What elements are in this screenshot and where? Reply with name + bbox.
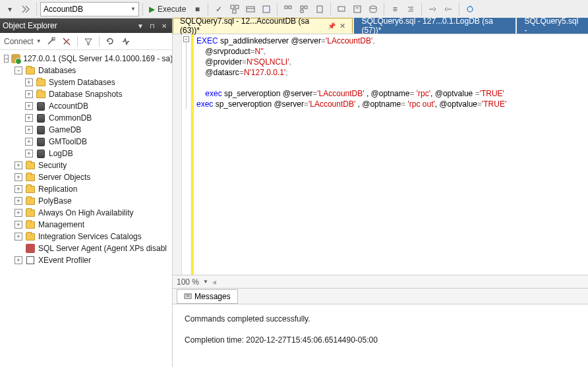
- expand-icon[interactable]: +: [15, 197, 22, 205]
- svg-point-15: [370, 6, 376, 9]
- tree-db-gmtool[interactable]: +GMToolDB: [0, 136, 172, 148]
- expand-icon[interactable]: +: [15, 185, 22, 193]
- expand-icon[interactable]: +: [15, 209, 22, 217]
- disconnect-icon[interactable]: [60, 35, 73, 48]
- database-combo[interactable]: AccountDB ▼: [40, 2, 139, 16]
- expand-icon[interactable]: +: [25, 126, 33, 134]
- activity-icon[interactable]: [119, 35, 132, 48]
- svg-rect-10: [301, 10, 303, 13]
- tree-database-snapshots[interactable]: +Database Snapshots: [0, 88, 172, 100]
- tree-db-game[interactable]: +GameDB: [0, 124, 172, 136]
- tree-xevent[interactable]: +XEvent Profiler: [0, 254, 172, 266]
- close-icon[interactable]: ✕: [159, 20, 169, 31]
- tab-sqlquery5[interactable]: SQLQuery5.sql -: [517, 18, 588, 34]
- expand-icon[interactable]: +: [25, 102, 33, 110]
- folder-icon: [26, 186, 35, 193]
- code-editor[interactable]: − EXEC sp_addlinkedserver @server='LAcco…: [173, 34, 588, 275]
- tree-management[interactable]: +Management: [0, 219, 172, 231]
- tree-integration[interactable]: +Integration Services Catalogs: [0, 231, 172, 242]
- split-handle-icon[interactable]: ◂: [212, 277, 216, 287]
- expand-icon[interactable]: +: [15, 256, 22, 264]
- query-options-icon[interactable]: [243, 2, 258, 16]
- collapse-icon[interactable]: −: [4, 55, 9, 63]
- specify-values2-icon[interactable]: [441, 2, 456, 16]
- database-icon: [37, 114, 45, 123]
- database-icon[interactable]: [366, 2, 380, 16]
- results-file-icon[interactable]: [312, 2, 327, 16]
- expand-icon[interactable]: +: [25, 138, 33, 146]
- close-icon[interactable]: ✕: [339, 22, 345, 30]
- chevron-down-icon[interactable]: ▼: [203, 279, 208, 285]
- tree-db-log[interactable]: +LogDB: [0, 148, 172, 159]
- tree-security[interactable]: +Security: [0, 159, 172, 171]
- results-text-icon[interactable]: [281, 2, 295, 16]
- tree-always-on[interactable]: +Always On High Availability: [0, 207, 172, 219]
- main-toolbar: ▾ AccountDB ▼ ▶ Execute ■ ✓ ≡: [0, 0, 588, 18]
- tree-system-databases[interactable]: +System Databases: [0, 76, 172, 88]
- svg-rect-1: [235, 5, 239, 9]
- parse-icon[interactable]: ✓: [212, 2, 226, 16]
- expand-icon[interactable]: +: [15, 173, 22, 181]
- expand-icon[interactable]: +: [25, 78, 33, 86]
- tree-server-objects[interactable]: +Server Objects: [0, 171, 172, 183]
- panel-title: Object Explorer: [3, 21, 57, 30]
- tree-replication[interactable]: +Replication: [0, 183, 172, 195]
- tab-sqlquery7[interactable]: SQLQuery7.sql - 12...AccountDB (sa (63))…: [173, 18, 353, 34]
- expand-icon[interactable]: +: [15, 233, 22, 240]
- zoom-value[interactable]: 100 %: [177, 277, 199, 287]
- window-position-icon[interactable]: ▼: [135, 20, 146, 31]
- specify-values-icon[interactable]: [425, 2, 440, 16]
- tree-databases[interactable]: −Databases: [0, 65, 172, 76]
- expand-icon[interactable]: +: [15, 221, 22, 229]
- comment-icon[interactable]: [334, 2, 349, 16]
- collapse-region-icon[interactable]: −: [183, 36, 189, 42]
- collapse-icon[interactable]: −: [15, 67, 22, 74]
- expand-icon[interactable]: +: [25, 90, 33, 98]
- expand-icon[interactable]: +: [25, 150, 33, 157]
- connect-label[interactable]: Connect: [4, 37, 34, 46]
- svg-rect-2: [233, 10, 236, 13]
- tab-sqlquery6[interactable]: SQLQuery6.sql - 127...0.1.LogDB (sa (57)…: [354, 18, 515, 34]
- intellisense-icon[interactable]: [259, 2, 274, 16]
- pin-icon[interactable]: ⊓: [147, 20, 158, 31]
- outline-margin[interactable]: −: [182, 34, 191, 275]
- tree-db-account[interactable]: +AccountDB: [0, 100, 172, 112]
- tree-db-common[interactable]: +CommonDB: [0, 112, 172, 124]
- tree-server[interactable]: −127.0.0.1 (SQL Server 14.0.1000.169 - s…: [0, 53, 172, 65]
- messages-pane[interactable]: Commands completed successfully. Complet…: [173, 304, 588, 367]
- stop-debug-icon[interactable]: ▾: [3, 2, 17, 16]
- results-tabs: Messages: [173, 288, 588, 304]
- filter-icon[interactable]: [82, 35, 95, 48]
- outdent-icon[interactable]: [403, 2, 418, 16]
- selection-margin[interactable]: [173, 34, 182, 275]
- indent-icon[interactable]: ≡: [388, 2, 402, 16]
- object-tree[interactable]: −127.0.0.1 (SQL Server 14.0.1000.169 - s…: [0, 50, 172, 367]
- server-icon: [11, 54, 20, 63]
- uncomment-icon[interactable]: [350, 2, 365, 16]
- tab-label: SQLQuery6.sql - 127...0.1.LogDB (sa (57)…: [361, 16, 508, 35]
- svg-rect-12: [338, 7, 345, 11]
- play-icon: ▶: [149, 5, 155, 14]
- cancel-query-icon[interactable]: ■: [190, 2, 204, 16]
- execute-button[interactable]: ▶ Execute: [146, 5, 189, 14]
- display-plan-icon[interactable]: [227, 2, 242, 16]
- step-icon[interactable]: [18, 2, 33, 16]
- agent-icon: [26, 244, 35, 253]
- code-text[interactable]: EXEC sp_addlinkedserver @server='LAccoun…: [194, 34, 588, 275]
- expand-icon[interactable]: +: [15, 161, 22, 169]
- expand-icon[interactable]: +: [25, 114, 33, 122]
- svg-rect-5: [263, 6, 270, 13]
- refresh-icon[interactable]: [103, 35, 117, 48]
- object-explorer-toolbar: Connect ▼: [0, 33, 172, 50]
- messages-tab[interactable]: Messages: [177, 289, 238, 304]
- xevent-icon: [26, 256, 34, 264]
- pin-icon[interactable]: 📌: [328, 22, 336, 30]
- surround-icon[interactable]: [463, 2, 477, 16]
- chevron-down-icon: ▼: [131, 6, 136, 12]
- tree-agent[interactable]: SQL Server Agent (Agent XPs disabl: [0, 242, 172, 254]
- tree-polybase[interactable]: +PolyBase: [0, 195, 172, 207]
- results-grid-icon[interactable]: [297, 2, 311, 16]
- folder-icon: [26, 221, 35, 229]
- connect-icon[interactable]: [44, 35, 57, 48]
- folder-icon: [26, 198, 35, 205]
